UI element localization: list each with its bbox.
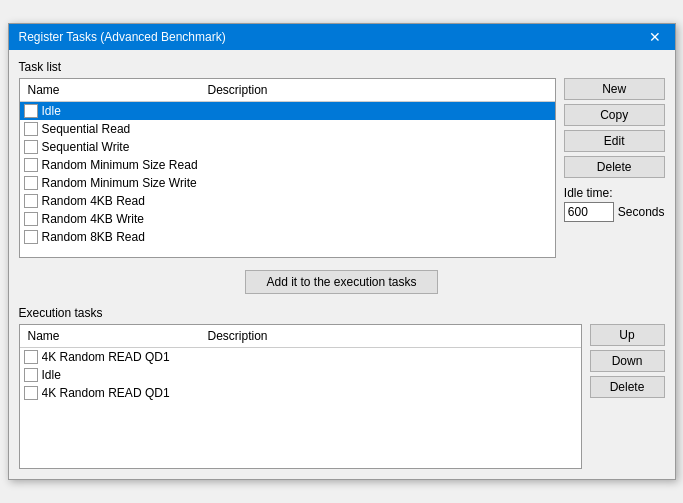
new-button[interactable]: New (564, 78, 665, 100)
task-row-name: Sequential Write (42, 140, 212, 154)
task-list-body[interactable]: Idle Sequential Read Sequential Write (20, 102, 555, 257)
seconds-label: Seconds (618, 205, 665, 219)
task-icon (24, 350, 38, 364)
list-item[interactable]: Sequential Read (20, 120, 555, 138)
list-item[interactable]: Idle (20, 366, 581, 384)
list-item[interactable]: Random Minimum Size Read (20, 156, 555, 174)
dialog-body: Task list Name Description Idle (9, 50, 675, 479)
list-item[interactable]: Random 8KB Read (20, 228, 555, 246)
task-icon (24, 212, 38, 226)
exec-row-name: 4K Random READ QD1 (42, 386, 212, 400)
task-row-name: Idle (42, 104, 212, 118)
exec-delete-button[interactable]: Delete (590, 376, 665, 398)
idle-time-row: Seconds (564, 202, 665, 222)
title-bar: Register Tasks (Advanced Benchmark) ✕ (9, 24, 675, 50)
exec-name-header: Name (24, 327, 204, 345)
task-row-name: Random 4KB Write (42, 212, 212, 226)
up-button[interactable]: Up (590, 324, 665, 346)
execution-list-container: Name Description 4K Random READ QD1 Idle (19, 324, 582, 469)
idle-time-section: Idle time: Seconds (564, 186, 665, 222)
dialog-title: Register Tasks (Advanced Benchmark) (19, 30, 226, 44)
task-list-header: Name Description (20, 79, 555, 102)
task-icon (24, 122, 38, 136)
add-button-row: Add it to the execution tasks (19, 266, 665, 298)
execution-section: Name Description 4K Random READ QD1 Idle (19, 324, 665, 469)
exec-row-name: 4K Random READ QD1 (42, 350, 212, 364)
list-item[interactable]: 4K Random READ QD1 (20, 384, 581, 402)
edit-button[interactable]: Edit (564, 130, 665, 152)
task-icon (24, 368, 38, 382)
task-list-area: Task list Name Description Idle (19, 60, 665, 258)
task-name-header: Name (24, 81, 204, 99)
execution-tasks-label: Execution tasks (19, 306, 665, 320)
task-icon (24, 140, 38, 154)
execution-list-header: Name Description (20, 325, 581, 348)
execution-tasks-area: Execution tasks Name Description 4K Rand… (19, 306, 665, 469)
execution-list-body[interactable]: 4K Random READ QD1 Idle 4K Random READ Q… (20, 348, 581, 468)
task-icon (24, 104, 38, 118)
list-item[interactable]: 4K Random READ QD1 (20, 348, 581, 366)
task-desc-header: Description (204, 81, 551, 99)
task-icon (24, 230, 38, 244)
task-icon (24, 176, 38, 190)
task-row-name: Random 4KB Read (42, 194, 212, 208)
delete-button[interactable]: Delete (564, 156, 665, 178)
task-row-name: Random 8KB Read (42, 230, 212, 244)
idle-time-label: Idle time: (564, 186, 665, 200)
task-icon (24, 386, 38, 400)
task-row-name: Random Minimum Size Read (42, 158, 212, 172)
task-icon (24, 194, 38, 208)
task-list-label: Task list (19, 60, 665, 74)
close-button[interactable]: ✕ (645, 30, 665, 44)
down-button[interactable]: Down (590, 350, 665, 372)
add-to-execution-button[interactable]: Add it to the execution tasks (245, 270, 437, 294)
task-icon (24, 158, 38, 172)
list-item[interactable]: Sequential Write (20, 138, 555, 156)
idle-time-input[interactable] (564, 202, 614, 222)
task-row-name: Sequential Read (42, 122, 212, 136)
list-item[interactable]: Random 4KB Read (20, 192, 555, 210)
list-item[interactable]: Random 4KB Write (20, 210, 555, 228)
list-item[interactable]: Random Minimum Size Write (20, 174, 555, 192)
task-row-name: Random Minimum Size Write (42, 176, 212, 190)
exec-desc-header: Description (204, 327, 577, 345)
copy-button[interactable]: Copy (564, 104, 665, 126)
exec-row-name: Idle (42, 368, 212, 382)
dialog: Register Tasks (Advanced Benchmark) ✕ Ta… (8, 23, 676, 480)
task-list-section: Name Description Idle Sequential Read (19, 78, 665, 258)
task-list-container: Name Description Idle Sequential Read (19, 78, 556, 258)
task-list-actions: New Copy Edit Delete Idle time: Seconds (564, 78, 665, 258)
execution-actions: Up Down Delete (590, 324, 665, 469)
list-item[interactable]: Idle (20, 102, 555, 120)
